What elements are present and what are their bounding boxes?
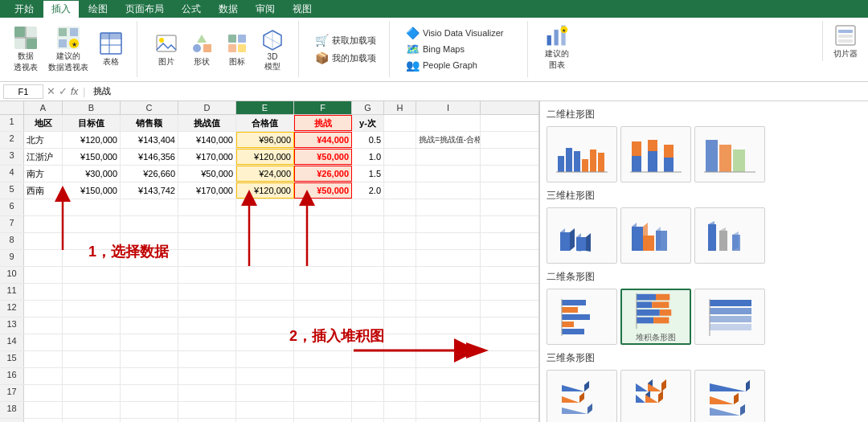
cell-B8[interactable] <box>63 233 121 249</box>
cell-G10[interactable] <box>352 267 384 283</box>
cell-c5[interactable]: ¥143,742 <box>121 182 178 199</box>
cell-B13[interactable] <box>63 318 121 334</box>
tab-start[interactable]: 开始 <box>6 1 42 18</box>
cell-G9[interactable] <box>352 250 384 266</box>
cell-G7[interactable] <box>352 216 384 232</box>
cell-H6[interactable] <box>384 199 416 215</box>
visio-button[interactable]: 🔷 Visio Data Visualizer <box>403 26 506 40</box>
cell-A15[interactable] <box>24 351 63 367</box>
cell-H7[interactable] <box>384 216 416 232</box>
cell-e3[interactable]: ¥120,000 <box>236 149 294 165</box>
cell-C8[interactable] <box>121 233 178 249</box>
cell-I6[interactable] <box>416 199 481 215</box>
col-header-e[interactable]: E <box>236 101 294 114</box>
cell-I9[interactable] <box>416 250 481 266</box>
cell-G13[interactable] <box>352 318 384 334</box>
cell-I14[interactable] <box>416 334 481 350</box>
cell-I13[interactable] <box>416 318 481 334</box>
cell-H12[interactable] <box>384 301 416 317</box>
pivot-table-button[interactable]: 数据透视表 <box>10 23 42 75</box>
chart-3d-col-1[interactable] <box>547 207 617 264</box>
col-header-b[interactable]: B <box>63 101 121 114</box>
cell-g1[interactable]: y-次 <box>352 115 384 131</box>
cell-A6[interactable] <box>24 199 63 215</box>
get-addins-button[interactable]: 🛒 获取加载项 <box>312 32 379 48</box>
chart-3d-col-3[interactable] <box>694 207 765 264</box>
cell-a1[interactable]: 地区 <box>24 115 63 131</box>
cell-A16[interactable] <box>24 368 63 384</box>
cell-f5[interactable]: ¥50,000 <box>294 182 352 199</box>
cell-h5[interactable] <box>384 182 416 199</box>
cell-E10[interactable] <box>236 267 294 283</box>
cell-g3[interactable]: 1.0 <box>352 149 384 165</box>
cell-E17[interactable] <box>236 385 294 401</box>
cell-H19[interactable] <box>384 419 416 422</box>
cell-G14[interactable] <box>352 334 384 350</box>
cell-I7[interactable] <box>416 216 481 232</box>
cell-A7[interactable] <box>24 216 63 232</box>
cell-c1[interactable]: 销售额 <box>121 115 178 131</box>
cell-E18[interactable] <box>236 402 294 418</box>
cell-E11[interactable] <box>236 284 294 300</box>
cell-d5[interactable]: ¥170,000 <box>178 182 236 199</box>
cell-D18[interactable] <box>178 402 236 418</box>
cell-E6[interactable] <box>236 199 294 215</box>
chart-2d-bar-3[interactable] <box>694 289 765 345</box>
recommend-chart-button[interactable]: ★ 建议的图表 <box>541 21 573 72</box>
cell-F18[interactable] <box>294 402 352 418</box>
cell-a2[interactable]: 北方 <box>24 132 63 148</box>
cell-h2[interactable] <box>384 132 416 148</box>
cell-f1[interactable]: 挑战 <box>294 115 352 131</box>
picture-button[interactable]: 图片 <box>150 29 182 69</box>
cell-ref-input[interactable] <box>3 84 43 99</box>
cell-G18[interactable] <box>352 402 384 418</box>
chart-3d-col-2[interactable] <box>620 207 691 264</box>
chart-2d-bar-2[interactable]: 堆积条形图 <box>620 289 691 345</box>
cell-H15[interactable] <box>384 351 416 367</box>
cell-B17[interactable] <box>63 385 121 401</box>
chart-3d-bar-1[interactable] <box>547 370 617 422</box>
cell-h3[interactable] <box>384 149 416 165</box>
cell-H17[interactable] <box>384 385 416 401</box>
3d-model-button[interactable]: 3D模型 <box>256 25 289 74</box>
cell-F6[interactable] <box>294 199 352 215</box>
cell-b5[interactable]: ¥150,000 <box>63 182 121 199</box>
chart-3d-bar-2[interactable] <box>620 370 691 422</box>
tab-page-layout[interactable]: 页面布局 <box>117 1 172 18</box>
cell-D8[interactable] <box>178 233 236 249</box>
cell-C18[interactable] <box>121 402 178 418</box>
cell-C16[interactable] <box>121 368 178 384</box>
cell-G16[interactable] <box>352 368 384 384</box>
cell-B10[interactable] <box>63 267 121 283</box>
recommend-pivot-button[interactable]: ★ 建议的数据透视表 <box>45 23 92 75</box>
cell-c2[interactable]: ¥143,404 <box>121 132 178 148</box>
cell-B15[interactable] <box>63 351 121 367</box>
cell-H14[interactable] <box>384 334 416 350</box>
cell-g5[interactable]: 2.0 <box>352 182 384 199</box>
cell-h1[interactable] <box>384 115 416 131</box>
formula-check-icon[interactable]: ✕ <box>47 85 55 97</box>
people-graph-button[interactable]: 👥 People Graph <box>403 58 481 72</box>
my-addins-button[interactable]: 📦 我的加载项 <box>312 50 379 66</box>
cell-D15[interactable] <box>178 351 236 367</box>
cell-f4[interactable]: ¥26,000 <box>294 166 352 182</box>
cell-C10[interactable] <box>121 267 178 283</box>
cell-h4[interactable] <box>384 166 416 182</box>
cell-f2[interactable]: ¥44,000 <box>294 132 352 148</box>
cell-I17[interactable] <box>416 385 481 401</box>
cell-G12[interactable] <box>352 301 384 317</box>
cell-d1[interactable]: 挑战值 <box>178 115 236 131</box>
cell-i3[interactable] <box>416 149 481 165</box>
cell-B16[interactable] <box>63 368 121 384</box>
cell-f3[interactable]: ¥50,000 <box>294 149 352 165</box>
cell-F9[interactable] <box>294 250 352 266</box>
formula-input[interactable] <box>90 87 865 96</box>
cell-C19[interactable] <box>121 419 178 422</box>
tab-data[interactable]: 数据 <box>211 1 246 18</box>
icon-button[interactable]: 图标 <box>221 29 253 69</box>
cell-I10[interactable] <box>416 267 481 283</box>
cell-B14[interactable] <box>63 334 121 350</box>
chart-2d-bar-1[interactable] <box>547 289 617 345</box>
slicer-button[interactable]: 切片器 <box>829 21 862 61</box>
cell-E16[interactable] <box>236 368 294 384</box>
